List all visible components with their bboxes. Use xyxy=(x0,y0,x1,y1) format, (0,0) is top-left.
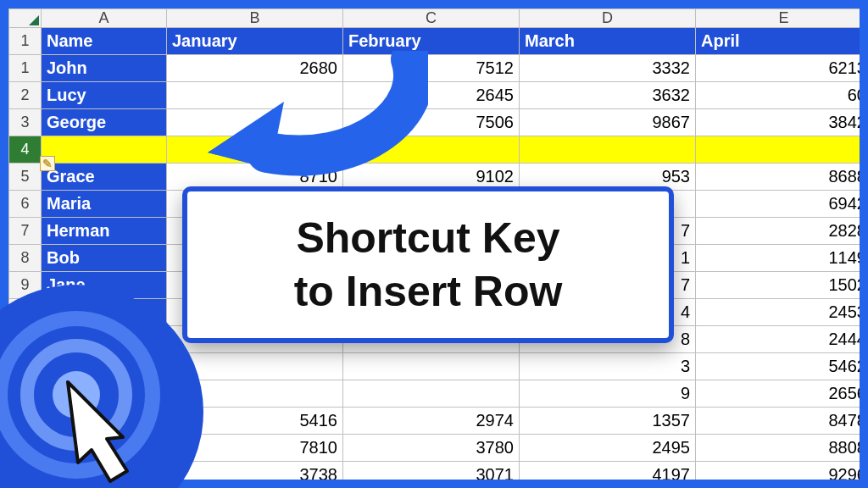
cell[interactable]: 1357 xyxy=(520,408,696,435)
row-header[interactable] xyxy=(9,380,42,408)
cell[interactable]: 9296 xyxy=(696,462,860,480)
cell-name[interactable] xyxy=(42,435,167,462)
cell[interactable]: 3842 xyxy=(696,109,860,136)
cell[interactable]: 7506 xyxy=(343,109,520,136)
cell[interactable]: 4197 xyxy=(520,462,696,480)
cell[interactable]: 2444 xyxy=(696,326,860,353)
cell-name[interactable]: George xyxy=(42,109,167,136)
cell-name[interactable]: Lucy xyxy=(42,82,167,109)
cell-name[interactable]: Bob xyxy=(42,245,167,272)
row-header[interactable] xyxy=(9,408,42,435)
cell-name[interactable]: Grace✎ xyxy=(42,164,167,191)
cell[interactable]: 3 xyxy=(520,353,696,380)
cell[interactable]: 2974 xyxy=(343,408,520,435)
row-header[interactable]: 8 xyxy=(9,245,42,272)
cell-name[interactable]: Maria xyxy=(42,191,167,218)
cell[interactable]: 9 xyxy=(520,380,696,408)
cell[interactable]: 8688 xyxy=(696,164,860,191)
cell-name[interactable] xyxy=(42,299,167,326)
cell[interactable] xyxy=(343,380,520,408)
row-header[interactable]: 5 xyxy=(9,164,42,191)
cell[interactable] xyxy=(167,82,343,109)
callout-line2: to Insert Row xyxy=(203,265,654,319)
cell[interactable] xyxy=(167,109,343,136)
col-header-c[interactable]: C xyxy=(343,9,520,28)
cell[interactable]: 8808 xyxy=(696,435,860,462)
cell[interactable]: 2645 xyxy=(343,82,520,109)
cell-name[interactable] xyxy=(42,353,167,380)
cell-name[interactable] xyxy=(42,408,167,435)
cell[interactable]: 3632 xyxy=(520,82,696,109)
cell[interactable]: 9867 xyxy=(520,109,696,136)
row-header[interactable]: 6 xyxy=(9,191,42,218)
cell[interactable]: 1502 xyxy=(696,272,860,299)
cell-name[interactable] xyxy=(42,136,167,164)
cell-d1[interactable]: March xyxy=(520,28,696,55)
cell[interactable]: 3071 xyxy=(343,462,520,480)
select-all-corner[interactable] xyxy=(9,9,42,28)
row-header[interactable]: 3 xyxy=(9,109,42,136)
cell[interactable] xyxy=(167,380,343,408)
cell[interactable]: 3738 xyxy=(167,462,343,480)
cell[interactable]: 3780 xyxy=(343,435,520,462)
cell[interactable]: 5462 xyxy=(696,353,860,380)
cell[interactable]: 2680 xyxy=(167,55,343,82)
col-header-b[interactable]: B xyxy=(167,9,343,28)
cell[interactable]: 60 xyxy=(696,82,860,109)
cell[interactable] xyxy=(167,136,343,164)
cell[interactable]: 3332 xyxy=(520,55,696,82)
cell[interactable]: 2495 xyxy=(520,435,696,462)
cell[interactable]: 2453 xyxy=(696,299,860,326)
cell-b1[interactable]: January xyxy=(167,28,343,55)
cell[interactable]: 2828 xyxy=(696,218,860,245)
row-header[interactable] xyxy=(9,353,42,380)
col-header-a[interactable]: A xyxy=(42,9,167,28)
cell-name[interactable]: Herman xyxy=(42,218,167,245)
row-header[interactable]: 9 xyxy=(9,272,42,299)
callout-line1: Shortcut Key xyxy=(203,212,654,265)
row-header[interactable]: 10 xyxy=(9,299,42,326)
row-header[interactable]: 2 xyxy=(9,82,42,109)
cell-c1[interactable]: February xyxy=(343,28,520,55)
cell-a1[interactable]: Name xyxy=(42,28,167,55)
row-header[interactable] xyxy=(9,326,42,353)
cell[interactable]: 7810 xyxy=(167,435,343,462)
row-header[interactable]: 4 xyxy=(9,136,42,164)
row-header[interactable]: 1 xyxy=(9,55,42,82)
cell[interactable] xyxy=(520,136,696,164)
cell-e1[interactable]: April xyxy=(696,28,860,55)
cell-name[interactable] xyxy=(42,462,167,480)
cell[interactable]: 2656 xyxy=(696,380,860,408)
cell[interactable]: 6213 xyxy=(696,55,860,82)
row-header[interactable] xyxy=(9,435,42,462)
cell[interactable]: 6942 xyxy=(696,191,860,218)
cell[interactable] xyxy=(343,353,520,380)
cell-name[interactable] xyxy=(42,326,167,353)
tip-callout: Shortcut Key to Insert Row xyxy=(182,186,674,343)
cell-name[interactable] xyxy=(42,380,167,408)
col-header-d[interactable]: D xyxy=(520,9,696,28)
cell-name[interactable]: Jane xyxy=(42,272,167,299)
cell[interactable] xyxy=(696,136,860,164)
cell[interactable] xyxy=(167,353,343,380)
cell[interactable]: 7512 xyxy=(343,55,520,82)
cell[interactable] xyxy=(343,136,520,164)
row-header[interactable]: 1 xyxy=(9,28,42,55)
row-header[interactable]: 7 xyxy=(9,218,42,245)
col-header-e[interactable]: E xyxy=(696,9,860,28)
cell[interactable]: 1149 xyxy=(696,245,860,272)
cell[interactable]: 5416 xyxy=(167,408,343,435)
cell-name[interactable]: John xyxy=(42,55,167,82)
insert-options-icon[interactable]: ✎ xyxy=(40,156,55,171)
row-header[interactable] xyxy=(9,462,42,480)
cell[interactable]: 8478 xyxy=(696,408,860,435)
